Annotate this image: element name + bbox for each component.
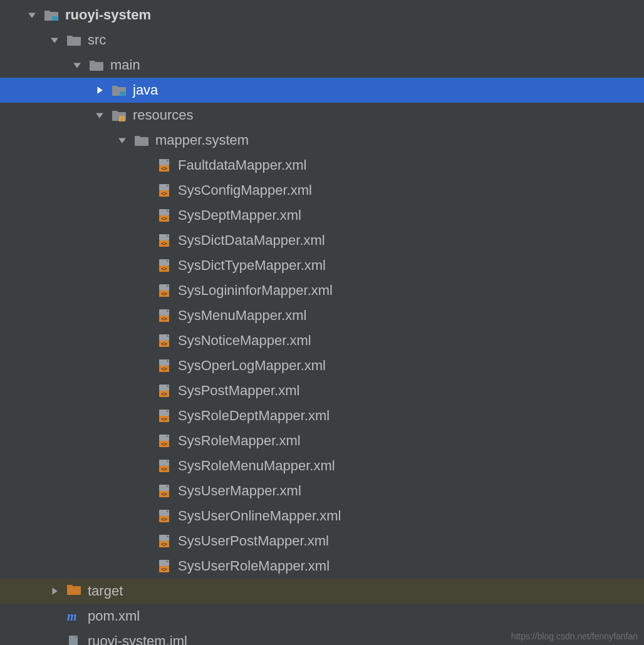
tree-item-label: SysUserPostMapper.xml	[177, 533, 329, 549]
tree-item-label: mapper.system	[154, 132, 249, 148]
svg-text:<>: <>	[161, 517, 167, 522]
tree-item-label: SysRoleMenuMapper.xml	[177, 458, 335, 474]
tree-row[interactable]: <>SysUserPostMapper.xml	[0, 529, 644, 554]
tree-row[interactable]: main	[0, 53, 644, 78]
svg-text:<>: <>	[161, 191, 167, 197]
svg-rect-19	[159, 234, 169, 240]
tree-item-label: SysDictTypeMapper.xml	[177, 257, 326, 274]
folder-icon	[134, 133, 149, 148]
xml-file-icon: <>	[157, 308, 172, 323]
tree-item-label: SysUserMapper.xml	[177, 483, 301, 499]
chevron-down-icon[interactable]	[73, 61, 81, 70]
xml-file-icon: <>	[157, 483, 172, 498]
xml-file-icon: <>	[157, 408, 172, 423]
chevron-down-icon[interactable]	[50, 36, 59, 44]
tree-item-label: SysUserOnlineMapper.xml	[177, 508, 341, 524]
tree-row[interactable]: <>SysMenuMapper.xml	[0, 303, 644, 328]
chevron-down-icon[interactable]	[95, 111, 104, 120]
tree-item-label: SysDictDataMapper.xml	[177, 232, 325, 249]
folder-icon	[66, 33, 81, 48]
tree-row[interactable]: <>SysDictDataMapper.xml	[0, 228, 644, 253]
tree-item-label: SysOperLogMapper.xml	[177, 358, 326, 374]
svg-rect-28	[159, 309, 169, 316]
tree-item-label: pom.xml	[86, 608, 140, 624]
tree-row[interactable]: mapper.system	[0, 128, 644, 153]
svg-rect-2	[67, 37, 81, 46]
excluded-folder-icon	[66, 584, 81, 599]
tree-item-label: SysUserRoleMapper.xml	[177, 558, 330, 574]
svg-rect-10	[159, 159, 169, 165]
svg-rect-8	[122, 116, 125, 121]
tree-row[interactable]: <>SysOperLogMapper.xml	[0, 353, 644, 378]
tree-row[interactable]: <>SysUserMapper.xml	[0, 478, 644, 503]
xml-file-icon: <>	[157, 283, 172, 298]
tree-row[interactable]: <>SysRoleDeptMapper.xml	[0, 403, 644, 428]
tree-item-label: java	[132, 82, 158, 98]
tree-row[interactable]: target	[0, 579, 644, 604]
tree-row[interactable]: mpom.xml	[0, 604, 644, 629]
chevron-right-icon[interactable]	[95, 86, 104, 95]
tree-item-label: ruoyi-system	[64, 7, 151, 23]
svg-rect-9	[135, 137, 148, 146]
svg-rect-7	[119, 116, 122, 121]
tree-item-label: FaultdataMapper.xml	[177, 157, 306, 173]
project-tree[interactable]: ruoyi-systemsrcmainjavaresourcesmapper.s…	[0, 0, 644, 645]
svg-rect-37	[159, 384, 169, 391]
tree-row[interactable]: <>SysNoticeMapper.xml	[0, 328, 644, 353]
svg-text:<>: <>	[161, 391, 167, 397]
svg-rect-61	[67, 586, 81, 595]
tree-row[interactable]: <>SysUserRoleMapper.xml	[0, 554, 644, 579]
svg-text:<>: <>	[161, 166, 167, 172]
svg-rect-52	[159, 510, 169, 516]
tree-row[interactable]: <>SysPostMapper.xml	[0, 378, 644, 403]
svg-text:<>: <>	[161, 416, 167, 422]
tree-row[interactable]: <>SysDictTypeMapper.xml	[0, 253, 644, 278]
tree-item-label: resources	[132, 107, 194, 123]
tree-row[interactable]: <>SysRoleMapper.xml	[0, 428, 644, 453]
xml-file-icon: <>	[157, 358, 172, 373]
tree-item-label: SysPostMapper.xml	[177, 383, 299, 399]
chevron-down-icon[interactable]	[118, 136, 127, 145]
tree-row[interactable]: <>SysLogininforMapper.xml	[0, 278, 644, 303]
watermark-text: https://blog.csdn.net/fennyfanfan	[511, 631, 638, 641]
xml-file-icon: <>	[157, 333, 172, 348]
tree-item-label: SysConfigMapper.xml	[177, 182, 312, 199]
xml-file-icon: <>	[157, 508, 172, 524]
svg-text:<>: <>	[161, 492, 167, 497]
folder-icon	[89, 58, 104, 73]
tree-row[interactable]: java	[0, 78, 644, 103]
tree-item-label: SysMenuMapper.xml	[177, 307, 306, 324]
tree-row[interactable]: <>SysRoleMenuMapper.xml	[0, 453, 644, 478]
svg-text:<>: <>	[161, 241, 167, 247]
tree-item-label: src	[86, 32, 106, 48]
svg-text:<>: <>	[161, 542, 167, 547]
xml-file-icon: <>	[157, 383, 172, 398]
svg-text:<>: <>	[161, 266, 167, 272]
tree-row[interactable]: <>SysUserOnlineMapper.xml	[0, 503, 644, 529]
tree-item-label: target	[86, 583, 123, 599]
module-folder-icon	[44, 8, 59, 23]
svg-text:<>: <>	[161, 291, 167, 297]
tree-item-label: SysLogininforMapper.xml	[177, 282, 333, 299]
tree-row[interactable]: resources	[0, 103, 644, 128]
tree-row[interactable]: <>FaultdataMapper.xml	[0, 153, 644, 178]
svg-rect-34	[159, 359, 169, 366]
svg-rect-13	[159, 184, 169, 190]
tree-item-label: SysNoticeMapper.xml	[177, 333, 311, 349]
tree-row[interactable]: <>SysDeptMapper.xml	[0, 203, 644, 228]
svg-text:<>: <>	[161, 216, 167, 222]
xml-file-icon: <>	[157, 208, 172, 223]
xml-file-icon: <>	[157, 258, 172, 273]
tree-row[interactable]: ruoyi-system	[0, 3, 644, 28]
xml-file-icon: <>	[157, 534, 172, 549]
svg-rect-1	[52, 16, 58, 21]
chevron-right-icon[interactable]	[50, 587, 59, 596]
svg-rect-58	[159, 560, 169, 566]
tree-row[interactable]: <>SysConfigMapper.xml	[0, 178, 644, 203]
chevron-down-icon[interactable]	[28, 11, 36, 19]
svg-rect-16	[159, 209, 169, 215]
svg-text:<>: <>	[161, 366, 167, 372]
maven-file-icon: m	[66, 609, 81, 624]
svg-text:m: m	[67, 609, 77, 623]
tree-row[interactable]: src	[0, 28, 644, 53]
